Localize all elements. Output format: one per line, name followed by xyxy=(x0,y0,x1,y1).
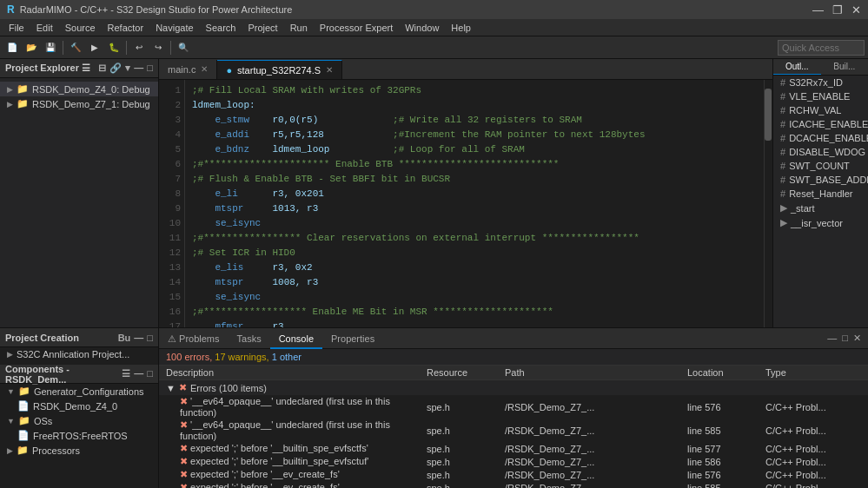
panel-header-icons: ⊟ 🔗 ▾ — □ xyxy=(98,63,153,74)
tab-tasks[interactable]: Tasks xyxy=(229,328,270,349)
table-row[interactable]: ✖ '__ev64_opaque__' undeclared (first us… xyxy=(159,395,868,419)
outline-item-start[interactable]: ▶ _start xyxy=(773,201,868,215)
bottom-left-icon-1[interactable]: Bu xyxy=(118,333,131,343)
outline-label-vle-enable: VLE_ENABLE xyxy=(789,91,850,102)
project-item-z7[interactable]: ▶ 📁 RSDK_Demo_Z7_1: Debug xyxy=(0,96,158,111)
menu-search[interactable]: Search xyxy=(201,19,242,36)
tab-startup[interactable]: ● startup_S32R274.S ✕ xyxy=(217,60,342,79)
bottom-left-minimize[interactable]: — xyxy=(134,333,143,343)
toolbar-save[interactable]: 💾 xyxy=(42,39,59,56)
component-rsdk-z4[interactable]: 📄 RSDK_Demo_Z4_0 xyxy=(0,399,158,413)
outline-item-disable-wdog[interactable]: # DISABLE_WDOG xyxy=(773,145,868,159)
menu-run[interactable]: Run xyxy=(285,19,313,36)
outline-item-isr-vector[interactable]: ▶ __isr_vector xyxy=(773,215,868,230)
outline-item-reset-handler[interactable]: # Reset_Handler xyxy=(773,187,868,201)
components-minimize[interactable]: — xyxy=(134,368,143,379)
component-arrow-processors: ▶ xyxy=(7,446,13,455)
row-location-5: line 576 xyxy=(687,470,765,480)
code-area[interactable]: ;# Fill Local SRAM with writes of 32GPRs… xyxy=(185,80,764,327)
close-button[interactable]: ✕ xyxy=(851,3,861,16)
editor-scrollbar[interactable] xyxy=(764,80,772,327)
project-item-z4[interactable]: ▶ 📁 RSDK_Demo_Z4_0: Debug xyxy=(0,82,158,96)
bottom-tab-icons: — □ ✕ xyxy=(827,333,868,344)
component-freertos[interactable]: 📄 FreeRTOS:FreeRTOS xyxy=(0,428,158,443)
tab-main-c[interactable]: main.c ✕ xyxy=(159,60,217,79)
table-row[interactable]: ✖ expected ';' before '__ev_create_fs' s… xyxy=(159,481,868,488)
table-row[interactable]: ✖ expected ';' before '__builtin_spe_evf… xyxy=(159,455,868,468)
outline-item-vle-enable[interactable]: # VLE_ENABLE xyxy=(773,89,868,103)
toolbar-redo[interactable]: ↪ xyxy=(149,39,167,56)
outline-item-rchw-val[interactable]: # RCHW_VAL xyxy=(773,103,868,117)
maximize-button[interactable]: ❐ xyxy=(832,3,843,16)
tab-problems[interactable]: ⚠ Problems xyxy=(159,328,229,349)
component-oss[interactable]: ▼ 📁 OSs xyxy=(0,413,158,428)
outline-item-swt-count[interactable]: # SWT_COUNT xyxy=(773,159,868,173)
toolbar-run[interactable]: ▶ xyxy=(86,39,103,56)
minimize-panel-icon[interactable]: — xyxy=(134,63,143,74)
problems-table: Description Resource Path Location Type … xyxy=(159,366,868,488)
toolbar-debug[interactable]: 🐛 xyxy=(105,39,123,56)
outline-item-dcache-enable[interactable]: # DCACHE_ENABLE xyxy=(773,131,868,145)
menu-refactor[interactable]: Refactor xyxy=(103,19,149,36)
bottom-minimize-icon[interactable]: — xyxy=(827,333,837,344)
tab-bar: main.c ✕ ● startup_S32R274.S ✕ xyxy=(159,59,772,80)
outline-hash-icon: # xyxy=(780,105,785,115)
left-panel: Project Explorer ☰ ⊟ 🔗 ▾ — □ ▶ 📁 RSDK_De… xyxy=(0,59,159,327)
menu-navigate[interactable]: Navigate xyxy=(150,19,198,36)
tab-build[interactable]: Buil... xyxy=(821,59,869,75)
quick-access-input[interactable] xyxy=(778,40,865,56)
menu-edit[interactable]: Edit xyxy=(31,19,58,36)
table-row[interactable]: ✖ expected ';' before '__builtin_spe_evf… xyxy=(159,442,868,455)
tab-properties[interactable]: Properties xyxy=(322,328,383,349)
errors-group[interactable]: ▼ ✖ Errors (100 items) xyxy=(159,380,868,395)
outline-item-icache-enable[interactable]: # ICACHE_ENABLE xyxy=(773,117,868,131)
outline-label-reset-handler: Reset_Handler xyxy=(789,188,852,199)
toolbar-open[interactable]: 📂 xyxy=(23,39,40,56)
menu-file[interactable]: File xyxy=(3,19,30,36)
menu-processor-expert[interactable]: Processor Expert xyxy=(315,19,398,36)
minimize-button[interactable]: — xyxy=(812,3,824,16)
toolbar: 📄 📂 💾 🔨 ▶ 🐛 ↩ ↪ 🔍 xyxy=(0,36,868,59)
toolbar-new[interactable]: 📄 xyxy=(3,39,21,56)
bottom-close-icon[interactable]: ✕ xyxy=(853,333,861,344)
menu-window[interactable]: Window xyxy=(400,19,444,36)
table-row[interactable]: ✖ '__ev64_opaque__' undeclared (first us… xyxy=(159,419,868,442)
panel-menu-icon[interactable]: ▾ xyxy=(125,63,130,74)
collapse-all-icon[interactable]: ⊟ xyxy=(98,63,106,74)
toolbar-undo[interactable]: ↩ xyxy=(130,39,148,56)
tab-close-startup[interactable]: ✕ xyxy=(326,61,333,80)
outline-hash-icon: # xyxy=(780,161,785,171)
toolbar-search[interactable]: 🔍 xyxy=(175,39,192,56)
title-bar-controls[interactable]: — ❐ ✕ xyxy=(812,3,861,16)
tab-console[interactable]: Console xyxy=(270,328,322,349)
link-with-editor-icon[interactable]: 🔗 xyxy=(109,63,122,74)
row-msg-4: ✖ expected ';' before '__builtin_spe_evf… xyxy=(180,456,427,467)
tab-outline[interactable]: Outl... xyxy=(773,59,821,75)
tab-close-main-c[interactable]: ✕ xyxy=(201,60,208,79)
component-processors[interactable]: ▶ 📁 Processors xyxy=(0,443,158,458)
project-creation-item-1[interactable]: ▶ S32C Annlication Project... xyxy=(0,347,158,361)
outline-label-dcache-enable: DCACHE_ENABLE xyxy=(789,133,868,143)
col-type: Type xyxy=(765,367,861,378)
component-generator-configs[interactable]: ▼ 📁 Generator_Configurations xyxy=(0,384,158,399)
code-line-13: ;#***************** Clear reservations o… xyxy=(192,231,757,246)
maximize-panel-icon[interactable]: □ xyxy=(147,63,153,74)
info-count: 1 other xyxy=(272,352,301,362)
components-icon-1[interactable]: ☰ xyxy=(122,368,130,379)
editor-area: main.c ✕ ● startup_S32R274.S ✕ 12345 678… xyxy=(159,59,772,327)
editor-content[interactable]: 12345 678910 1112131415 1617181920 2122 … xyxy=(159,80,772,327)
components-maximize[interactable]: □ xyxy=(147,368,153,379)
component-folder-icon-1: 📁 xyxy=(18,386,30,397)
outline-item-s32rx7x-id[interactable]: # S32Rx7x_ID xyxy=(773,76,868,89)
outline-item-swt-base-addr[interactable]: # SWT_BASE_ADDR xyxy=(773,173,868,187)
row-type-1: C/C++ Probl... xyxy=(765,402,861,412)
table-row[interactable]: ✖ expected ';' before '__ev_create_fs' s… xyxy=(159,468,868,481)
bottom-left-maximize[interactable]: □ xyxy=(147,333,153,343)
toolbar-build[interactable]: 🔨 xyxy=(67,39,84,56)
code-line-20: mfmsr r3 xyxy=(192,320,757,327)
menu-source[interactable]: Source xyxy=(60,19,101,36)
menu-help[interactable]: Help xyxy=(446,19,476,36)
bottom-maximize-icon[interactable]: □ xyxy=(842,333,848,344)
menu-project[interactable]: Project xyxy=(242,19,282,36)
project-icon-z4: 📁 xyxy=(17,83,29,95)
